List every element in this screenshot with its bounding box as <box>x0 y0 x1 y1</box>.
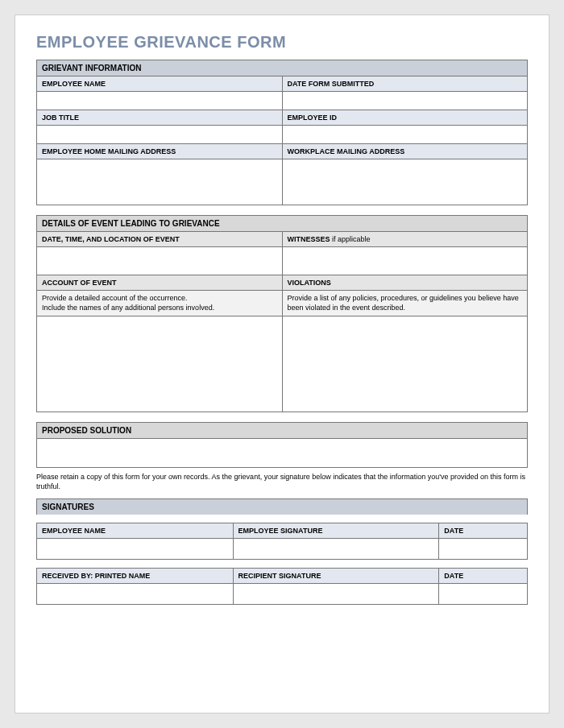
sig-recv-date-input[interactable] <box>439 583 528 604</box>
form-page: EMPLOYEE GRIEVANCE FORM GRIEVANT INFORMA… <box>15 14 549 714</box>
employee-name-label: EMPLOYEE NAME <box>37 77 282 92</box>
home-address-input[interactable] <box>37 159 282 205</box>
sig-recv-name-label: RECEIVED BY: PRINTED NAME <box>37 568 234 583</box>
employee-id-label: EMPLOYEE ID <box>283 110 528 126</box>
proposed-solution-input[interactable] <box>36 439 528 468</box>
page-title: EMPLOYEE GRIEVANCE FORM <box>36 33 528 52</box>
sig-emp-sig-label: EMPLOYEE SIGNATURE <box>233 523 439 538</box>
sig-recv-sig-input[interactable] <box>233 583 439 604</box>
employee-id-input[interactable] <box>283 126 528 143</box>
date-submitted-label: DATE FORM SUBMITTED <box>283 77 528 92</box>
grievant-info-header: GRIEVANT INFORMATION <box>36 60 528 76</box>
disclaimer-text: Please retain a copy of this form for yo… <box>36 473 528 491</box>
violations-hint: Provide a list of any policies, procedur… <box>283 291 528 316</box>
account-input[interactable] <box>37 316 282 412</box>
sig-recv-sig-label: RECIPIENT SIGNATURE <box>233 568 439 583</box>
work-address-input[interactable] <box>283 159 528 205</box>
violations-input[interactable] <box>283 316 528 412</box>
date-submitted-input[interactable] <box>283 92 528 110</box>
sig-recv-date-label: DATE <box>439 568 528 583</box>
work-address-label: WORKPLACE MAILING ADDRESS <box>283 144 528 159</box>
job-title-label: JOB TITLE <box>37 110 282 126</box>
witnesses-label: WITNESSES if applicable <box>283 232 528 247</box>
job-title-input[interactable] <box>37 126 282 143</box>
witnesses-bold: WITNESSES <box>288 235 330 243</box>
signatures-header: SIGNATURES <box>36 498 528 515</box>
employee-name-input[interactable] <box>37 92 282 110</box>
sig-emp-name-input[interactable] <box>37 538 234 559</box>
sig-emp-name-label: EMPLOYEE NAME <box>37 523 234 538</box>
account-label: ACCOUNT OF EVENT <box>37 275 282 291</box>
proposed-solution-header: PROPOSED SOLUTION <box>36 422 528 439</box>
employee-signature-table: EMPLOYEE NAME EMPLOYEE SIGNATURE DATE <box>36 523 528 560</box>
event-datetime-label: DATE, TIME, AND LOCATION OF EVENT <box>37 232 282 247</box>
recipient-signature-table: RECEIVED BY: PRINTED NAME RECIPIENT SIGN… <box>36 568 528 605</box>
sig-emp-date-input[interactable] <box>439 538 528 559</box>
sig-emp-sig-input[interactable] <box>233 538 439 559</box>
home-address-label: EMPLOYEE HOME MAILING ADDRESS <box>37 144 282 159</box>
witnesses-note: if applicable <box>330 235 371 243</box>
sig-recv-name-input[interactable] <box>37 583 234 604</box>
event-details-header: DETAILS OF EVENT LEADING TO GRIEVANCE <box>36 215 528 231</box>
sig-emp-date-label: DATE <box>439 523 528 538</box>
witnesses-input[interactable] <box>283 247 528 275</box>
event-datetime-input[interactable] <box>37 247 282 275</box>
account-hint: Provide a detailed account of the occurr… <box>37 291 282 316</box>
violations-label: VIOLATIONS <box>283 275 528 291</box>
